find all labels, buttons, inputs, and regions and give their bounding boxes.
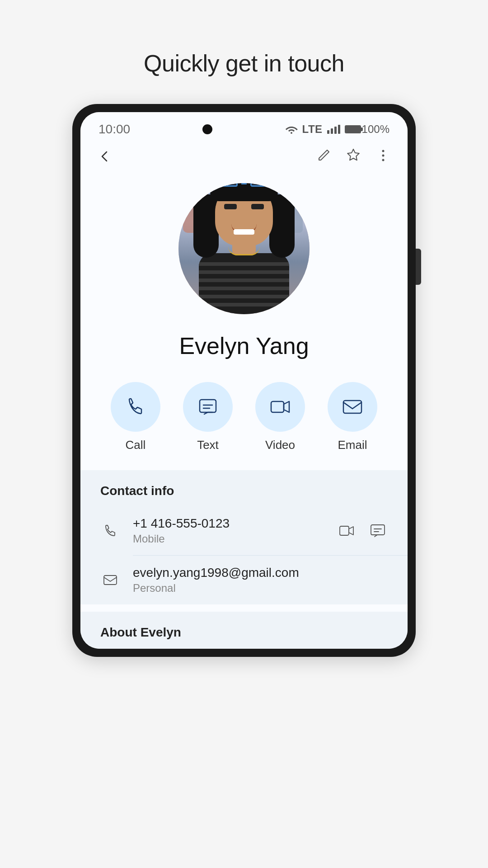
battery-icon: 100% [345, 123, 389, 136]
avatar-section [80, 174, 408, 323]
back-button[interactable] [97, 148, 113, 167]
phone-row-actions [337, 521, 388, 541]
svg-rect-9 [371, 525, 385, 535]
text-label: Text [197, 438, 219, 452]
phone-info-text: +1 416-555-0123 Mobile [133, 516, 324, 545]
email-address: evelyn.yang1998@gmail.com [133, 566, 388, 580]
page-headline: Quickly get in touch [144, 50, 344, 77]
contact-info-section: Contact info +1 416-555-0123 Mobile [80, 470, 408, 604]
camera-notch [202, 124, 212, 134]
phone-number: +1 416-555-0123 [133, 516, 324, 531]
message-icon [196, 395, 220, 419]
phone-text-button[interactable] [368, 521, 388, 541]
status-icons: LTE 100% [285, 123, 389, 136]
email-icon [341, 395, 364, 419]
signal-icon [327, 125, 340, 134]
lte-indicator: LTE [302, 123, 323, 136]
avatar-photo [178, 183, 310, 314]
phone-frame: 10:00 LTE [72, 104, 416, 657]
status-time: 10:00 [99, 122, 130, 137]
video-label: Video [265, 438, 295, 452]
about-section: About Evelyn [80, 612, 408, 649]
email-label: Email [338, 438, 367, 452]
wifi-icon [285, 125, 298, 134]
video-button[interactable]: Video [255, 382, 305, 452]
email-info-text: evelyn.yang1998@gmail.com Personal [133, 566, 388, 594]
svg-rect-12 [104, 576, 117, 585]
phone-icon [124, 395, 147, 419]
svg-point-2 [382, 159, 385, 161]
video-button-circle [255, 382, 305, 432]
svg-rect-6 [271, 401, 284, 412]
contact-info-header: Contact info [80, 470, 408, 506]
video-icon [268, 395, 292, 419]
svg-point-1 [382, 155, 385, 157]
battery-percent: 100% [362, 123, 389, 136]
star-button[interactable] [345, 147, 361, 168]
more-button[interactable] [375, 147, 391, 168]
nav-actions [315, 147, 391, 168]
email-row-icon [100, 570, 120, 590]
action-buttons-row: Call Text [80, 373, 408, 470]
email-button[interactable]: Email [328, 382, 377, 452]
phone-row-icon [100, 521, 120, 541]
text-button[interactable]: Text [183, 382, 233, 452]
svg-point-0 [382, 150, 385, 152]
about-header: About Evelyn [100, 625, 388, 640]
top-navigation [80, 141, 408, 174]
email-row[interactable]: evelyn.yang1998@gmail.com Personal [80, 556, 408, 604]
avatar [178, 183, 310, 314]
svg-rect-8 [340, 526, 349, 535]
edit-button[interactable] [315, 147, 332, 168]
svg-rect-7 [343, 401, 361, 413]
email-button-circle [328, 382, 377, 432]
call-label: Call [126, 438, 146, 452]
email-type: Personal [133, 582, 388, 594]
svg-rect-3 [200, 400, 216, 412]
phone-row[interactable]: +1 416-555-0123 Mobile [80, 506, 408, 555]
call-button-circle [111, 382, 160, 432]
contact-name: Evelyn Yang [80, 323, 408, 373]
text-button-circle [183, 382, 233, 432]
phone-type: Mobile [133, 533, 324, 545]
status-bar: 10:00 LTE [80, 112, 408, 141]
phone-video-button[interactable] [337, 521, 357, 541]
phone-screen: 10:00 LTE [80, 112, 408, 649]
call-button[interactable]: Call [111, 382, 160, 452]
